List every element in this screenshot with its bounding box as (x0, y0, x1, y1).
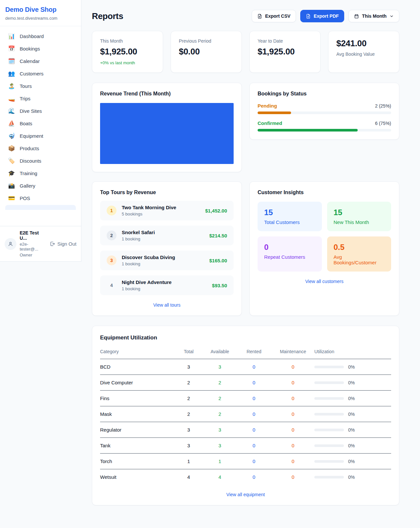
customers-icon: 👥 (8, 71, 15, 76)
stat-label: Avg Booking Value (336, 51, 391, 57)
sidebar-item-training[interactable]: 🎓 Training (3, 167, 78, 179)
sidebar-item-gallery[interactable]: 📸 Gallery (3, 180, 78, 192)
column-header-rented: Rented (236, 346, 272, 359)
utilization-percent: 0% (348, 396, 355, 401)
cell-category: Tank (100, 438, 174, 454)
sidebar-nav: 📊 Dashboard 📅 Bookings 🗓️ Calendar 👥 Cus… (0, 26, 81, 226)
avatar (5, 238, 16, 250)
sidebar-active-item-partial[interactable] (5, 205, 76, 210)
sidebar-item-discounts[interactable]: 🏷️ Discounts (3, 155, 78, 167)
utilization-cell: 0% (314, 380, 391, 385)
utilization-cell: 0% (314, 412, 391, 417)
cell-category: Wetsuit (100, 469, 174, 485)
sidebar-item-dashboard[interactable]: 📊 Dashboard (3, 30, 78, 42)
sidebar-item-pos[interactable]: 💳 POS (3, 192, 78, 204)
cell-maintenance: 0 (272, 391, 314, 406)
cell-category: Regulator (100, 422, 174, 438)
equipment-icon: 🤿 (8, 133, 15, 139)
period-dropdown[interactable]: This Month (348, 10, 399, 22)
tour-revenue: $165.00 (209, 258, 227, 263)
sidebar-item-label: Dive Sites (20, 108, 42, 114)
revenue-trend-card: Revenue Trend (This Month) (92, 83, 242, 172)
cell-total: 1 (174, 454, 203, 469)
sidebar-item-label: Dashboard (20, 33, 44, 39)
cell-maintenance: 0 (272, 422, 314, 438)
cell-rented: 0 (236, 454, 272, 469)
status-bar-fill (258, 129, 358, 132)
column-header-maintenance: Maintenance (272, 346, 314, 359)
sidebar-item-tours[interactable]: 🏝️ Tours (3, 80, 78, 92)
view-all-equipment-link[interactable]: View all equipment (100, 492, 391, 497)
training-icon: 🎓 (8, 171, 15, 176)
utilization-cell: 0% (314, 364, 391, 370)
utilization-percent: 0% (348, 427, 355, 433)
sidebar-item-label: Products (20, 146, 39, 151)
tour-revenue: $1,452.00 (205, 208, 227, 213)
sidebar-item-calendar[interactable]: 🗓️ Calendar (3, 55, 78, 67)
tile-value: 15 (334, 208, 385, 217)
sidebar-item-dive-sites[interactable]: 🌊 Dive Sites (3, 105, 78, 117)
utilization-bar (314, 444, 344, 447)
cell-total: 2 (174, 375, 203, 391)
tile-label: Repeat Customers (264, 254, 315, 260)
export-pdf-button[interactable]: Export PDF (300, 10, 344, 22)
cell-maintenance: 0 (272, 454, 314, 469)
export-csv-label: Export CSV (265, 13, 290, 19)
sidebar-item-customers[interactable]: 👥 Customers (3, 68, 78, 80)
status-row-confirmed: Confirmed 6 (75%) (258, 120, 391, 132)
sidebar-item-boats[interactable]: ⛵ Boats (3, 117, 78, 130)
sidebar-item-label: Equipment (20, 133, 43, 139)
cell-category: Fins (100, 391, 174, 406)
customer-insights-title: Customer Insights (258, 190, 391, 195)
status-bar-track (258, 112, 391, 114)
sidebar-item-equipment[interactable]: 🤿 Equipment (3, 130, 78, 142)
view-all-tours-link[interactable]: View all tours (100, 302, 234, 308)
table-header-row: Category Total Available Rented Maintena… (100, 346, 391, 359)
tour-revenue: $214.50 (209, 233, 227, 238)
column-header-category: Category (100, 346, 174, 359)
top-tours-card: Top Tours by Revenue 1 Two Tank Morning … (92, 181, 242, 316)
tile-total-customers: 15 Total Customers (258, 202, 322, 231)
tile-value: 15 (264, 208, 315, 217)
stat-card-this-month: This Month $1,925.00 +0% vs last month (92, 31, 163, 73)
cell-category: Torch (100, 454, 174, 469)
status-bar-track (258, 129, 391, 132)
cell-maintenance: 0 (272, 406, 314, 422)
sidebar-item-label: Customers (20, 71, 44, 76)
export-csv-button[interactable]: Export CSV (252, 10, 296, 22)
view-all-customers-link[interactable]: View all customers (258, 279, 391, 284)
sidebar-item-bookings[interactable]: 📅 Bookings (3, 43, 78, 55)
utilization-bar (314, 429, 344, 431)
cell-maintenance: 0 (272, 359, 314, 375)
trips-icon: 🚤 (8, 96, 15, 101)
cell-available: 2 (203, 406, 236, 422)
sidebar-item-trips[interactable]: 🚤 Trips (3, 92, 78, 105)
equipment-table: Category Total Available Rented Maintena… (100, 346, 391, 485)
sidebar-item-label: Bookings (20, 46, 40, 51)
tours-icon: 🏝️ (8, 83, 15, 89)
equipment-utilization-title: Equipment Utilization (100, 335, 391, 341)
stat-value: $0.00 (179, 47, 234, 57)
tour-bookings: 1 booking (122, 261, 204, 266)
utilization-percent: 0% (348, 459, 355, 464)
rank-badge: 3 (107, 255, 116, 265)
status-row-pending: Pending 2 (25%) (258, 103, 391, 114)
stat-note: +0% vs last month (100, 60, 155, 65)
bookings-icon: 📅 (8, 46, 15, 51)
utilization-cell: 0% (314, 459, 391, 464)
charts-row: Revenue Trend (This Month) Bookings by S… (92, 83, 399, 172)
sidebar-item-label: Boats (20, 121, 32, 126)
tile-label: Avg Bookings/Customer (334, 254, 385, 265)
cell-total: 3 (174, 422, 203, 438)
stats-row: This Month $1,925.00 +0% vs last month P… (92, 31, 399, 73)
file-download-icon (257, 14, 262, 19)
tile-new-this-month: 15 New This Month (327, 202, 391, 231)
sign-out-button[interactable]: Sign Out (50, 241, 76, 247)
period-label: This Month (362, 13, 387, 19)
sign-out-label: Sign Out (57, 241, 76, 247)
utilization-bar (314, 460, 344, 463)
table-row: Tank 3 3 0 0 0% (100, 438, 391, 454)
cell-rented: 0 (236, 406, 272, 422)
table-row: Torch 1 1 0 0 0% (100, 454, 391, 469)
sidebar-item-products[interactable]: 📦 Products (3, 142, 78, 154)
